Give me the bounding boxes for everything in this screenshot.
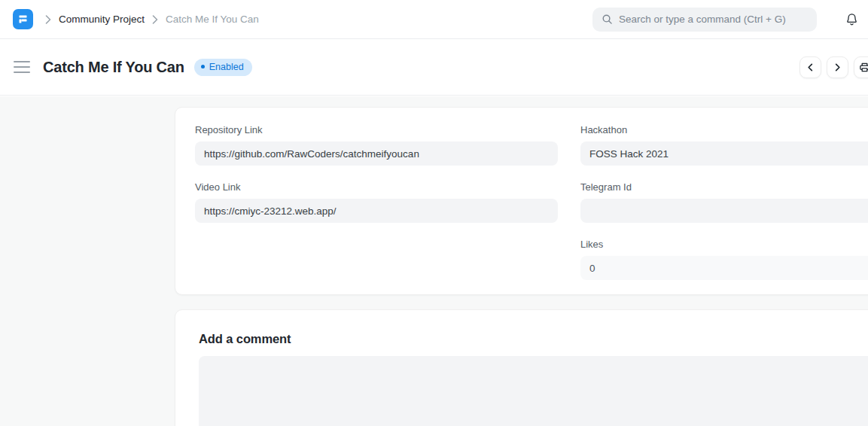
breadcrumb-item-current-doc[interactable]: Catch Me If You Can (166, 14, 259, 25)
hackathon-input[interactable] (580, 141, 868, 166)
chevron-right-icon (833, 62, 842, 72)
telegram-id-input[interactable] (580, 199, 868, 223)
breadcrumb-item-community-project[interactable]: Community Project (59, 14, 145, 25)
header-actions (799, 56, 868, 78)
form-column-left: Repository Link Video Link (195, 124, 558, 296)
field-label: Likes (580, 239, 868, 250)
frappe-logo[interactable] (13, 9, 33, 29)
field-label: Repository Link (195, 124, 558, 135)
search-icon (602, 14, 613, 25)
global-search-bar[interactable] (592, 8, 817, 32)
search-input[interactable] (619, 14, 808, 25)
form-body: Repository Link Video Link Hackathon Tel… (0, 96, 868, 426)
hamburger-icon (14, 61, 30, 62)
field-video-link: Video Link (195, 181, 558, 223)
next-document-button[interactable] (827, 56, 848, 78)
status-dot-icon (201, 65, 205, 68)
previous-document-button[interactable] (799, 56, 821, 78)
page-title: Catch Me If You Can (43, 59, 184, 76)
breadcrumb-chevron-icon (45, 15, 51, 24)
field-label: Telegram Id (580, 181, 868, 193)
form-column-right: Hackathon Telegram Id Likes (580, 124, 868, 296)
status-badge-label: Enabled (209, 62, 244, 72)
field-telegram-id: Telegram Id (580, 181, 868, 223)
chevron-left-icon (806, 62, 815, 72)
field-label: Hackathon (580, 124, 868, 135)
comment-section-card: Add a comment (175, 309, 868, 426)
frappe-logo-icon (17, 14, 29, 25)
bell-icon (845, 12, 859, 27)
page-header: Catch Me If You Can Enabled (0, 39, 868, 96)
field-repository-link: Repository Link (195, 124, 558, 166)
field-likes: Likes (580, 239, 868, 280)
video-link-input[interactable] (195, 199, 558, 223)
field-label: Video Link (195, 181, 558, 193)
likes-value (580, 256, 868, 280)
repository-link-input[interactable] (195, 141, 558, 166)
notifications-button[interactable] (843, 11, 860, 29)
field-hackathon: Hackathon (580, 124, 868, 166)
breadcrumb-chevron-icon (152, 15, 158, 24)
form-grid: Repository Link Video Link Hackathon Tel… (195, 124, 868, 296)
top-navbar: Community Project Catch Me If You Can (0, 0, 868, 39)
form-section-card: Repository Link Video Link Hackathon Tel… (175, 107, 868, 295)
sidebar-toggle-button[interactable] (14, 61, 30, 73)
comment-section-heading: Add a comment (199, 332, 868, 346)
printer-icon (859, 62, 868, 73)
status-badge: Enabled (194, 59, 252, 76)
comment-input[interactable] (199, 356, 868, 426)
print-button[interactable] (854, 56, 868, 78)
